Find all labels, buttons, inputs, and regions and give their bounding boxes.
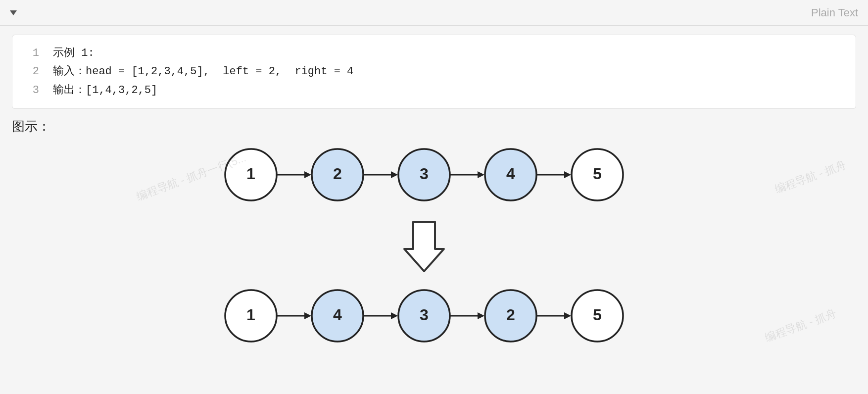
plain-text-label: Plain Text [811, 6, 858, 19]
svg-marker-22 [304, 312, 311, 319]
svg-text:2: 2 [506, 306, 515, 324]
page: Plain Text 1 示例 1: 2 输入：head = [1,2,3,4,… [0, 0, 868, 394]
line-content-3: 输出：[1,4,3,2,5] [53, 81, 157, 99]
svg-marker-7 [391, 171, 398, 178]
diagram-area: 编程导航 - 抓舟一行(5... 编程导航 - 抓舟 编程导航 - 抓舟 1 2… [0, 140, 868, 348]
code-line-2: 2 输入：head = [1,2,3,4,5], left = 2, right… [12, 62, 856, 81]
code-block: 1 示例 1: 2 输入：head = [1,2,3,4,5], left = … [12, 35, 856, 109]
svg-marker-30 [478, 312, 484, 319]
svg-text:1: 1 [246, 306, 255, 324]
top-bar: Plain Text [0, 0, 868, 26]
code-line-3: 3 输出：[1,4,3,2,5] [12, 81, 856, 99]
code-line-1: 1 示例 1: [12, 44, 856, 62]
svg-marker-15 [564, 171, 571, 178]
svg-text:5: 5 [593, 306, 602, 324]
svg-text:3: 3 [420, 165, 429, 183]
svg-marker-18 [404, 222, 444, 271]
line-content-2: 输入：head = [1,2,3,4,5], left = 2, right =… [53, 62, 353, 81]
svg-marker-3 [304, 171, 311, 178]
diagram-label: 图示： [12, 118, 856, 135]
watermark-3: 编程导航 - 抓舟 [763, 306, 839, 345]
svg-text:4: 4 [333, 306, 342, 324]
diagram-svg: 1 2 3 4 5 [211, 140, 657, 348]
svg-marker-26 [391, 312, 398, 319]
svg-marker-11 [478, 171, 484, 178]
line-number-2: 2 [21, 62, 39, 81]
svg-text:1: 1 [246, 165, 255, 183]
svg-text:3: 3 [420, 306, 429, 324]
svg-text:5: 5 [593, 165, 602, 183]
svg-text:2: 2 [333, 165, 342, 183]
line-content-1: 示例 1: [53, 44, 95, 62]
svg-marker-34 [564, 312, 571, 319]
watermark-2: 编程导航 - 抓舟 [773, 157, 849, 197]
svg-text:4: 4 [506, 165, 515, 183]
line-number-1: 1 [21, 44, 39, 62]
dropdown-arrow[interactable] [10, 10, 17, 15]
line-number-3: 3 [21, 81, 39, 99]
